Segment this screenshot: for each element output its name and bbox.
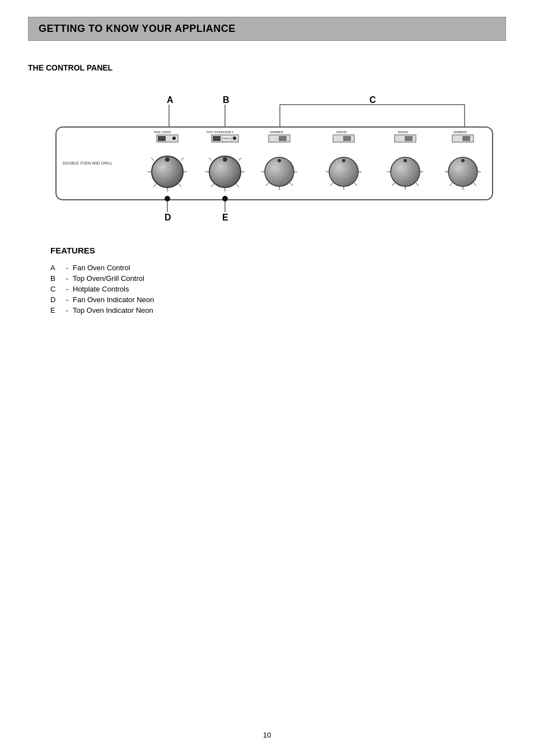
knob-label-c1: SIMMER — [270, 130, 284, 134]
switch-c4-right — [462, 136, 470, 141]
switch-c2-right — [343, 136, 351, 141]
feat-letter-b: B — [50, 274, 62, 283]
features-section: FEATURES A - Fan Oven Control B - Top Ov… — [28, 246, 506, 314]
feat-letter-e: E — [50, 306, 62, 314]
label-d: D — [165, 213, 171, 222]
knob-label-c4: SIMMER — [453, 130, 467, 134]
feat-letter-d: D — [50, 295, 62, 304]
features-title: FEATURES — [50, 246, 506, 255]
list-item: D - Fan Oven Indicator Neon — [50, 295, 506, 304]
page: GETTING TO KNOW YOUR APPLIANCE THE CONTR… — [0, 0, 534, 756]
switch-c2-inner — [334, 136, 342, 141]
label-c: C — [369, 95, 376, 105]
knob-label-c3: RAPID — [398, 130, 409, 134]
list-item: B - Top Oven/Grill Control — [50, 274, 506, 283]
list-item: A - Fan Oven Control — [50, 264, 506, 272]
label-e: E — [222, 213, 228, 222]
list-item: C - Hotplate Controls — [50, 285, 506, 293]
feat-dash-b: - — [62, 274, 73, 283]
indicator-e — [222, 196, 228, 201]
header-banner: GETTING TO KNOW YOUR APPLIANCE — [28, 17, 506, 41]
page-number: 10 — [263, 731, 271, 739]
switch-c1-inner — [270, 136, 278, 141]
feat-letter-a: A — [50, 264, 62, 272]
switch-a-dot — [172, 137, 176, 140]
switch-c1-right — [279, 136, 287, 141]
feat-dash-d: - — [62, 295, 73, 304]
feat-desc-d: Fan Oven Indicator Neon — [73, 295, 506, 304]
switch-b-inner — [213, 136, 221, 141]
page-title: GETTING TO KNOW YOUR APPLIANCE — [39, 23, 495, 35]
knob-marker-c1 — [278, 159, 281, 162]
label-a: A — [167, 95, 174, 105]
diagram-svg: A B C DOUBLE OVEN AND GRILL — [28, 89, 515, 234]
switch-b-label-text: ENERGY — [222, 137, 232, 140]
knob-marker-a — [165, 157, 170, 162]
feat-letter-c: C — [50, 285, 62, 293]
indicator-d — [165, 196, 170, 201]
feat-desc-a: Fan Oven Control — [73, 264, 506, 272]
list-item: E - Top Oven Indicator Neon — [50, 306, 506, 314]
feat-desc-c: Hotplate Controls — [73, 285, 506, 293]
knob-marker-b — [223, 157, 227, 162]
control-panel-title: THE CONTROL PANEL — [28, 63, 506, 72]
switch-c3-inner — [396, 136, 404, 141]
switch-c3-right — [405, 136, 413, 141]
knob-marker-c2 — [342, 159, 345, 162]
feat-dash-e: - — [62, 306, 73, 314]
feat-desc-b: Top Oven/Grill Control — [73, 274, 506, 283]
switch-a-inner — [158, 136, 166, 141]
feat-dash-a: - — [62, 264, 73, 272]
switch-c4-inner — [453, 136, 461, 141]
panel-label-text: DOUBLE OVEN AND GRILL — [63, 161, 113, 165]
knob-label-a: FAN OVEN — [154, 130, 171, 134]
label-b: B — [223, 95, 229, 105]
knob-label-c2: RAPID — [336, 130, 347, 134]
features-list: A - Fan Oven Control B - Top Oven/Grill … — [50, 264, 506, 314]
switch-b-dot — [233, 137, 236, 140]
knob-marker-c3 — [404, 159, 407, 162]
knob-marker-c4 — [461, 159, 465, 162]
feat-desc-e: Top Oven Indicator Neon — [73, 306, 506, 314]
feat-dash-c: - — [62, 285, 73, 293]
diagram-container: A B C DOUBLE OVEN AND GRILL — [28, 89, 515, 234]
knob-label-b: TOP OVEN/GRILL — [206, 130, 234, 134]
